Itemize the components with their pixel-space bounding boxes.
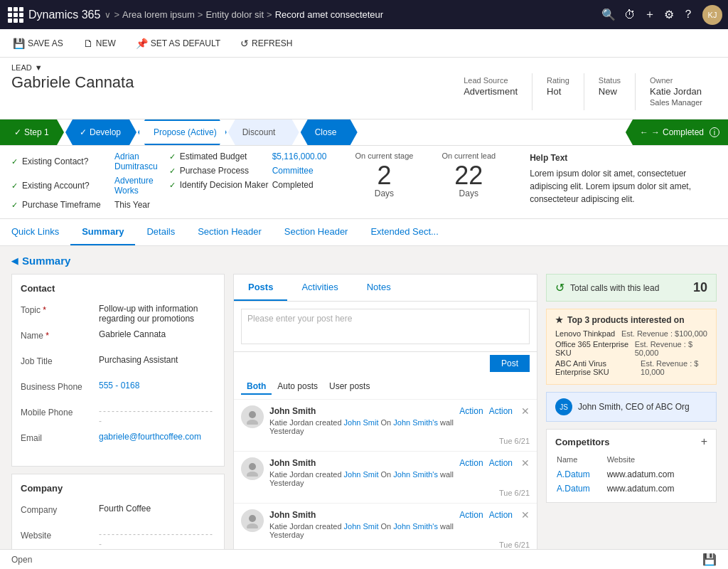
filter-both[interactable]: Both: [241, 379, 272, 395]
post-creator-2: Katie Jordan: [269, 470, 314, 479]
record-type-dropdown[interactable]: ▼: [35, 63, 43, 72]
stage-info-icon[interactable]: i: [710, 127, 719, 137]
settings-icon[interactable]: ⚙: [664, 8, 674, 21]
posts-tab-activities[interactable]: Activities: [287, 275, 352, 301]
calls-widget: ↺ Total calls with this lead 10: [546, 274, 717, 302]
stage-nav-forward[interactable]: →: [651, 127, 660, 137]
post-link-1[interactable]: John Smit: [344, 418, 379, 427]
breadcrumb-record: Record amet consecteteur: [275, 9, 383, 20]
tab-quick-links[interactable]: Quick Links: [11, 219, 70, 245]
process-field-budget: ✓ Estimated Budget $5,116,000.00: [169, 151, 327, 161]
post-list: John Smith Action Action ✕ Katie Jordan …: [234, 400, 537, 569]
filter-auto-posts[interactable]: Auto posts: [272, 379, 323, 395]
post-action-3a[interactable]: Action: [459, 510, 483, 520]
post-action-1b[interactable]: Action: [489, 406, 513, 416]
set-default-button[interactable]: 📌 SET AS DEFAULT: [132, 35, 225, 52]
post-header-1: John Smith Action Action ✕: [269, 405, 530, 417]
post-header-2: John Smith Action Action ✕: [269, 457, 530, 469]
process-bar: ✓ Step 1 ✓ Develop Propose (Active) Disc…: [0, 119, 728, 146]
app-dropdown-icon[interactable]: ∨: [105, 10, 111, 20]
post-link-2[interactable]: John Smit: [344, 470, 379, 479]
post-close-1[interactable]: ✕: [521, 405, 530, 417]
breadcrumb-entity[interactable]: Entity dolor sit: [205, 9, 264, 20]
history-icon[interactable]: ⏱: [624, 9, 636, 21]
competitor-name-2[interactable]: A.Datum: [557, 482, 606, 495]
meta-owner-label: Owner: [650, 76, 702, 85]
svg-point-5: [247, 523, 258, 528]
tab-section-header-1[interactable]: Section Header: [186, 219, 273, 245]
breadcrumb-area[interactable]: Area lorem ipsum: [122, 9, 195, 20]
post-wall-3[interactable]: John Smith's: [393, 522, 438, 531]
post-button[interactable]: Post: [490, 355, 530, 372]
post-wall-1[interactable]: John Smith's: [393, 418, 438, 427]
job-title-value: Purchasing Assistant: [99, 355, 215, 365]
breadcrumb-separator-1: >: [114, 9, 119, 20]
email-label: Email: [21, 432, 99, 443]
save-as-button[interactable]: 💾 SAVE AS: [9, 35, 68, 52]
tab-extended[interactable]: Extended Sect...: [359, 219, 449, 245]
biz-phone-value[interactable]: 555 - 0168: [99, 381, 215, 390]
add-icon[interactable]: ＋: [644, 7, 655, 22]
stage-close[interactable]: Close: [301, 119, 358, 145]
stage-discount[interactable]: Discount: [228, 119, 299, 145]
products-title-label: Top 3 products interested on: [567, 315, 684, 325]
process-timeframe-label: Purchase Timeframe: [22, 200, 114, 210]
stage-propose[interactable]: Propose (Active): [138, 119, 227, 145]
post-link-3[interactable]: John Smit: [344, 522, 379, 531]
post-time-3: Yesterday: [269, 531, 304, 539]
topic-label: Topic *: [21, 304, 99, 315]
stage-completed[interactable]: ← → Completed i: [626, 119, 728, 145]
posts-tab-notes[interactable]: Notes: [353, 275, 405, 301]
tab-details[interactable]: Details: [135, 219, 186, 245]
new-button[interactable]: 🗋 NEW: [79, 35, 120, 52]
post-action-2a[interactable]: Action: [459, 458, 483, 468]
post-action-2b[interactable]: Action: [489, 458, 513, 468]
post-item-2: John Smith Action Action ✕ Katie Jordan …: [234, 452, 537, 504]
post-avatar-1: [241, 405, 264, 428]
section-title-label: Summary: [22, 255, 70, 267]
breadcrumb-separator-3: >: [267, 9, 272, 20]
stage-develop-label: Develop: [90, 127, 121, 137]
company-card-title: Company: [21, 483, 215, 496]
stage-check-icon: ✓: [14, 127, 21, 137]
user-avatar[interactable]: KJ: [702, 5, 722, 25]
nav-right-icons: 🔍 ⏱ ＋ ⚙ ？ KJ: [601, 5, 722, 25]
process-field-decision: ✓ Identify Decision Maker Completed: [169, 180, 327, 190]
stage-step1[interactable]: ✓ Step 1: [0, 119, 64, 145]
process-contact-value[interactable]: Adrian Dumitrascu: [114, 151, 158, 171]
post-wall-2[interactable]: John Smith's: [393, 470, 438, 479]
help-icon[interactable]: ？: [682, 7, 694, 22]
metric-lead-value: 22: [441, 163, 496, 188]
mobile-phone-label: Mobile Phone: [21, 406, 99, 418]
post-body-1: Katie Jordan created John Smit On John S…: [269, 418, 530, 435]
waffle-menu-icon[interactable]: [6, 5, 26, 25]
meta-rating-label: Rating: [547, 76, 569, 85]
stage-develop[interactable]: ✓ Develop: [65, 119, 136, 145]
process-account-value[interactable]: Adventure Works: [114, 176, 158, 196]
email-value[interactable]: gabriele@fourthcoffee.com: [99, 432, 215, 442]
tab-summary[interactable]: Summary: [70, 219, 135, 245]
field-company: Company Fourth Coffee: [21, 504, 215, 523]
post-input[interactable]: Please enter your post here: [241, 309, 530, 344]
post-close-2[interactable]: ✕: [521, 457, 530, 469]
stage-nav-back[interactable]: ←: [640, 127, 648, 137]
filter-user-posts[interactable]: User posts: [323, 379, 375, 395]
name-label: Name *: [21, 329, 99, 341]
record-name: Gabriele Cannata: [11, 73, 449, 92]
competitors-add-icon[interactable]: +: [701, 435, 707, 448]
process-budget-value[interactable]: $5,116,000.00: [272, 151, 327, 161]
refresh-button[interactable]: ↺ REFRESH: [236, 35, 296, 52]
competitor-name-1[interactable]: A.Datum: [557, 468, 606, 481]
post-action-1a[interactable]: Action: [459, 406, 483, 416]
posts-tab-posts[interactable]: Posts: [234, 275, 287, 301]
product-name-2: Office 365 Enterprise SKU: [555, 340, 635, 357]
tab-section-header-2[interactable]: Section Header: [273, 219, 360, 245]
product-item-3: ABC Anti Virus Enterprise SKU Est. Reven…: [555, 359, 707, 376]
post-action-3b[interactable]: Action: [489, 510, 513, 520]
website-label: Website: [21, 529, 99, 541]
field-job-title: Job Title Purchasing Assistant: [21, 355, 215, 375]
search-icon[interactable]: 🔍: [601, 8, 616, 21]
checkmark-icon-6: ✓: [169, 181, 176, 190]
post-close-3[interactable]: ✕: [521, 509, 530, 521]
process-purchase-value[interactable]: Committee: [272, 166, 314, 176]
